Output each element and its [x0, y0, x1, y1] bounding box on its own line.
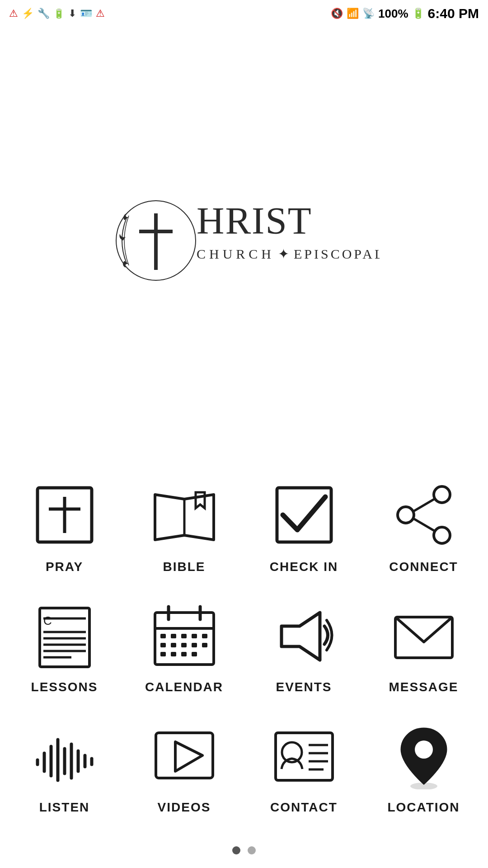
bible-button[interactable]: BIBLE: [129, 472, 239, 579]
calendar-icon: [150, 601, 218, 669]
message-label: MESSAGE: [389, 680, 458, 694]
status-bar: ⚠ ⚡ 🔧 🔋 ⬇ 🪪 ⚠ 🔇 📶 📡 100% 🔋 6:40 PM: [0, 0, 488, 27]
pray-icon: [31, 481, 99, 549]
calendar-label: CALENDAR: [145, 680, 223, 694]
svg-rect-37: [192, 643, 197, 647]
svg-rect-32: [192, 634, 197, 638]
lessons-icon: C: [31, 601, 99, 669]
warning-icon: ⚠: [9, 8, 18, 19]
wrench-icon: 🔧: [38, 8, 50, 19]
svg-rect-35: [171, 643, 176, 647]
svg-point-62: [410, 783, 437, 789]
warning2-icon: ⚠: [96, 8, 105, 19]
svg-rect-38: [202, 643, 207, 647]
listen-icon-wrapper: [26, 717, 103, 794]
usb-icon: ⚡: [22, 8, 34, 19]
page-dots: [232, 846, 256, 854]
message-icon: [390, 601, 458, 669]
battery-full-icon: 🔋: [53, 8, 65, 19]
check-in-label: CHECK IN: [270, 560, 338, 574]
svg-marker-54: [175, 742, 202, 771]
connect-label: CONNECT: [389, 560, 458, 574]
bible-icon-wrapper: [146, 476, 223, 553]
check-in-icon: [270, 481, 338, 549]
svg-rect-53: [156, 733, 213, 778]
listen-label: LISTEN: [39, 800, 90, 815]
contact-icon: [270, 722, 338, 789]
svg-rect-36: [181, 643, 187, 647]
svg-rect-34: [160, 643, 166, 647]
signal-icon: 📡: [362, 8, 375, 19]
svg-line-16: [413, 519, 434, 531]
svg-text:✦: ✦: [278, 246, 289, 261]
connect-icon: [390, 481, 458, 549]
svg-point-13: [398, 507, 414, 523]
location-icon-wrapper: [385, 717, 462, 794]
svg-rect-33: [202, 634, 207, 638]
location-icon: [390, 722, 458, 789]
message-icon-wrapper: [385, 597, 462, 674]
contact-label: CONTACT: [270, 800, 338, 815]
connect-button[interactable]: CONNECT: [368, 472, 479, 579]
svg-text:HRIST: HRIST: [197, 199, 312, 242]
videos-icon-wrapper: [146, 717, 223, 794]
videos-button[interactable]: VIDEOS: [129, 712, 239, 819]
download-icon: ⬇: [68, 8, 76, 19]
wifi-icon: 📶: [347, 8, 359, 19]
pray-label: PRAY: [46, 560, 83, 574]
events-label: EVENTS: [276, 680, 332, 694]
status-right-icons: 🔇 📶 📡 100% 🔋 6:40 PM: [331, 6, 479, 21]
listen-button[interactable]: LISTEN: [9, 712, 120, 819]
dot-2[interactable]: [248, 846, 256, 854]
connect-icon-wrapper: [385, 476, 462, 553]
svg-point-14: [434, 527, 450, 543]
svg-text:CHURCH: CHURCH: [197, 246, 275, 261]
svg-rect-31: [181, 634, 187, 638]
logo: HRIST CHURCH ✦ EPISCOPAL: [108, 191, 380, 290]
svg-point-12: [434, 486, 450, 503]
svg-rect-42: [192, 652, 197, 656]
lessons-button[interactable]: C LESSONS: [9, 592, 120, 699]
main-grid: PRAY BIBLE CHECK IN: [0, 454, 488, 846]
svg-text:C: C: [43, 614, 52, 627]
bible-label: BIBLE: [163, 560, 206, 574]
svg-rect-25: [155, 613, 214, 665]
logo-svg: HRIST CHURCH ✦ EPISCOPAL: [108, 191, 380, 290]
calendar-icon-wrapper: [146, 597, 223, 674]
lessons-label: LESSONS: [31, 680, 98, 694]
battery-icon: 🔋: [412, 8, 424, 19]
dot-1[interactable]: [232, 846, 240, 854]
mute-icon: 🔇: [331, 8, 343, 19]
svg-rect-40: [171, 652, 176, 656]
clock: 6:40 PM: [428, 6, 479, 21]
check-in-button[interactable]: CHECK IN: [249, 472, 359, 579]
events-icon-wrapper: [266, 597, 343, 674]
bible-icon: [150, 481, 218, 549]
contact-icon-wrapper: [266, 717, 343, 794]
calendar-button[interactable]: CALENDAR: [129, 592, 239, 699]
svg-rect-30: [171, 634, 176, 638]
svg-text:EPISCOPAL: EPISCOPAL: [294, 246, 380, 261]
id-card-icon: 🪪: [80, 8, 92, 19]
svg-line-15: [413, 499, 434, 511]
videos-label: VIDEOS: [158, 800, 211, 815]
pray-button[interactable]: PRAY: [9, 472, 120, 579]
contact-button[interactable]: CONTACT: [249, 712, 359, 819]
svg-point-61: [415, 741, 433, 759]
location-label: LOCATION: [387, 800, 460, 815]
events-icon: [270, 601, 338, 669]
status-left-icons: ⚠ ⚡ 🔧 🔋 ⬇ 🪪 ⚠: [9, 8, 105, 19]
location-button[interactable]: LOCATION: [368, 712, 479, 819]
svg-rect-41: [181, 652, 187, 656]
message-button[interactable]: MESSAGE: [368, 592, 479, 699]
lessons-icon-wrapper: C: [26, 597, 103, 674]
logo-area: HRIST CHURCH ✦ EPISCOPAL: [108, 27, 380, 454]
listen-icon: [31, 722, 99, 789]
svg-rect-29: [160, 634, 166, 638]
battery-percent: 100%: [378, 7, 408, 21]
svg-rect-39: [160, 652, 166, 656]
videos-icon: [150, 722, 218, 789]
pray-icon-wrapper: [26, 476, 103, 553]
check-in-icon-wrapper: [266, 476, 343, 553]
events-button[interactable]: EVENTS: [249, 592, 359, 699]
